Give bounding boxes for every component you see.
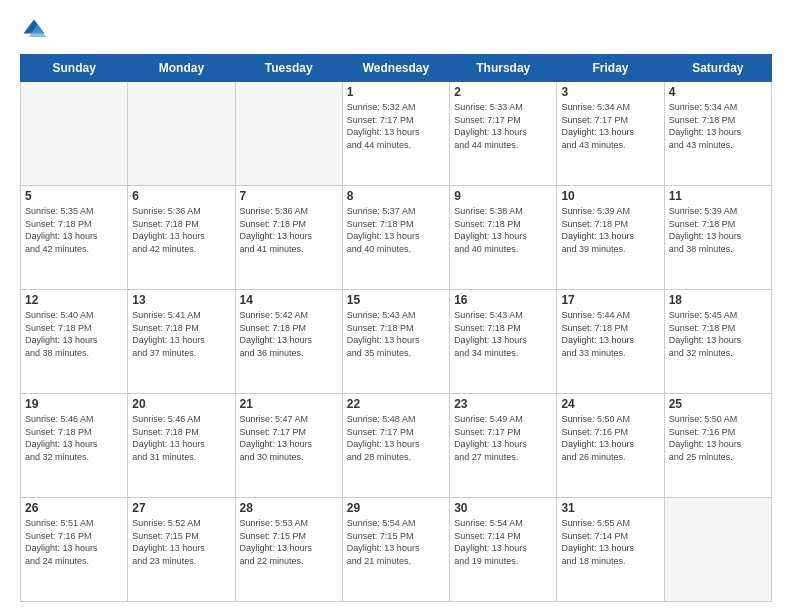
day-number: 12: [25, 293, 123, 307]
weekday-header-friday: Friday: [557, 55, 664, 82]
calendar-cell: 9Sunrise: 5:38 AM Sunset: 7:18 PM Daylig…: [450, 186, 557, 290]
calendar-cell: 31Sunrise: 5:55 AM Sunset: 7:14 PM Dayli…: [557, 498, 664, 602]
calendar-cell: [128, 82, 235, 186]
calendar-cell: 2Sunrise: 5:33 AM Sunset: 7:17 PM Daylig…: [450, 82, 557, 186]
day-number: 18: [669, 293, 767, 307]
day-number: 17: [561, 293, 659, 307]
calendar-cell: [664, 498, 771, 602]
day-info: Sunrise: 5:54 AM Sunset: 7:14 PM Dayligh…: [454, 517, 552, 567]
day-info: Sunrise: 5:50 AM Sunset: 7:16 PM Dayligh…: [561, 413, 659, 463]
day-info: Sunrise: 5:41 AM Sunset: 7:18 PM Dayligh…: [132, 309, 230, 359]
day-info: Sunrise: 5:36 AM Sunset: 7:18 PM Dayligh…: [132, 205, 230, 255]
day-info: Sunrise: 5:52 AM Sunset: 7:15 PM Dayligh…: [132, 517, 230, 567]
calendar-cell: 20Sunrise: 5:46 AM Sunset: 7:18 PM Dayli…: [128, 394, 235, 498]
day-info: Sunrise: 5:34 AM Sunset: 7:18 PM Dayligh…: [669, 101, 767, 151]
calendar-cell: 22Sunrise: 5:48 AM Sunset: 7:17 PM Dayli…: [342, 394, 449, 498]
calendar-cell: 30Sunrise: 5:54 AM Sunset: 7:14 PM Dayli…: [450, 498, 557, 602]
day-number: 21: [240, 397, 338, 411]
day-number: 1: [347, 85, 445, 99]
day-number: 26: [25, 501, 123, 515]
calendar-cell: 21Sunrise: 5:47 AM Sunset: 7:17 PM Dayli…: [235, 394, 342, 498]
calendar-cell: 24Sunrise: 5:50 AM Sunset: 7:16 PM Dayli…: [557, 394, 664, 498]
day-number: 4: [669, 85, 767, 99]
day-info: Sunrise: 5:35 AM Sunset: 7:18 PM Dayligh…: [25, 205, 123, 255]
day-number: 2: [454, 85, 552, 99]
day-info: Sunrise: 5:32 AM Sunset: 7:17 PM Dayligh…: [347, 101, 445, 151]
calendar-cell: 19Sunrise: 5:46 AM Sunset: 7:18 PM Dayli…: [21, 394, 128, 498]
day-number: 31: [561, 501, 659, 515]
day-number: 24: [561, 397, 659, 411]
day-info: Sunrise: 5:46 AM Sunset: 7:18 PM Dayligh…: [132, 413, 230, 463]
calendar-cell: 28Sunrise: 5:53 AM Sunset: 7:15 PM Dayli…: [235, 498, 342, 602]
weekday-header-row: SundayMondayTuesdayWednesdayThursdayFrid…: [21, 55, 772, 82]
weekday-header-wednesday: Wednesday: [342, 55, 449, 82]
calendar-cell: 29Sunrise: 5:54 AM Sunset: 7:15 PM Dayli…: [342, 498, 449, 602]
day-number: 29: [347, 501, 445, 515]
day-number: 6: [132, 189, 230, 203]
calendar-cell: 8Sunrise: 5:37 AM Sunset: 7:18 PM Daylig…: [342, 186, 449, 290]
day-number: 14: [240, 293, 338, 307]
calendar-cell: 17Sunrise: 5:44 AM Sunset: 7:18 PM Dayli…: [557, 290, 664, 394]
day-number: 11: [669, 189, 767, 203]
day-number: 8: [347, 189, 445, 203]
day-number: 27: [132, 501, 230, 515]
week-row-3: 12Sunrise: 5:40 AM Sunset: 7:18 PM Dayli…: [21, 290, 772, 394]
day-info: Sunrise: 5:34 AM Sunset: 7:17 PM Dayligh…: [561, 101, 659, 151]
logo: [20, 16, 52, 44]
week-row-1: 1Sunrise: 5:32 AM Sunset: 7:17 PM Daylig…: [21, 82, 772, 186]
day-info: Sunrise: 5:39 AM Sunset: 7:18 PM Dayligh…: [561, 205, 659, 255]
day-number: 22: [347, 397, 445, 411]
day-number: 10: [561, 189, 659, 203]
day-number: 15: [347, 293, 445, 307]
weekday-header-sunday: Sunday: [21, 55, 128, 82]
calendar-cell: 7Sunrise: 5:36 AM Sunset: 7:18 PM Daylig…: [235, 186, 342, 290]
day-info: Sunrise: 5:39 AM Sunset: 7:18 PM Dayligh…: [669, 205, 767, 255]
calendar-cell: [235, 82, 342, 186]
calendar-cell: 18Sunrise: 5:45 AM Sunset: 7:18 PM Dayli…: [664, 290, 771, 394]
day-info: Sunrise: 5:38 AM Sunset: 7:18 PM Dayligh…: [454, 205, 552, 255]
week-row-4: 19Sunrise: 5:46 AM Sunset: 7:18 PM Dayli…: [21, 394, 772, 498]
calendar-cell: 4Sunrise: 5:34 AM Sunset: 7:18 PM Daylig…: [664, 82, 771, 186]
day-info: Sunrise: 5:44 AM Sunset: 7:18 PM Dayligh…: [561, 309, 659, 359]
calendar-cell: 15Sunrise: 5:43 AM Sunset: 7:18 PM Dayli…: [342, 290, 449, 394]
day-info: Sunrise: 5:53 AM Sunset: 7:15 PM Dayligh…: [240, 517, 338, 567]
calendar-cell: 12Sunrise: 5:40 AM Sunset: 7:18 PM Dayli…: [21, 290, 128, 394]
day-info: Sunrise: 5:42 AM Sunset: 7:18 PM Dayligh…: [240, 309, 338, 359]
day-number: 5: [25, 189, 123, 203]
day-info: Sunrise: 5:37 AM Sunset: 7:18 PM Dayligh…: [347, 205, 445, 255]
day-info: Sunrise: 5:45 AM Sunset: 7:18 PM Dayligh…: [669, 309, 767, 359]
calendar-cell: 3Sunrise: 5:34 AM Sunset: 7:17 PM Daylig…: [557, 82, 664, 186]
calendar-cell: 11Sunrise: 5:39 AM Sunset: 7:18 PM Dayli…: [664, 186, 771, 290]
day-info: Sunrise: 5:48 AM Sunset: 7:17 PM Dayligh…: [347, 413, 445, 463]
day-info: Sunrise: 5:49 AM Sunset: 7:17 PM Dayligh…: [454, 413, 552, 463]
day-number: 16: [454, 293, 552, 307]
day-info: Sunrise: 5:54 AM Sunset: 7:15 PM Dayligh…: [347, 517, 445, 567]
logo-icon: [20, 16, 48, 44]
day-number: 7: [240, 189, 338, 203]
page: SundayMondayTuesdayWednesdayThursdayFrid…: [0, 0, 792, 612]
weekday-header-saturday: Saturday: [664, 55, 771, 82]
calendar-cell: 5Sunrise: 5:35 AM Sunset: 7:18 PM Daylig…: [21, 186, 128, 290]
header: [20, 16, 772, 44]
calendar-cell: 6Sunrise: 5:36 AM Sunset: 7:18 PM Daylig…: [128, 186, 235, 290]
day-number: 13: [132, 293, 230, 307]
day-info: Sunrise: 5:43 AM Sunset: 7:18 PM Dayligh…: [347, 309, 445, 359]
day-info: Sunrise: 5:50 AM Sunset: 7:16 PM Dayligh…: [669, 413, 767, 463]
weekday-header-monday: Monday: [128, 55, 235, 82]
day-number: 28: [240, 501, 338, 515]
calendar-cell: 16Sunrise: 5:43 AM Sunset: 7:18 PM Dayli…: [450, 290, 557, 394]
day-info: Sunrise: 5:43 AM Sunset: 7:18 PM Dayligh…: [454, 309, 552, 359]
calendar-cell: 13Sunrise: 5:41 AM Sunset: 7:18 PM Dayli…: [128, 290, 235, 394]
week-row-5: 26Sunrise: 5:51 AM Sunset: 7:16 PM Dayli…: [21, 498, 772, 602]
calendar-cell: 14Sunrise: 5:42 AM Sunset: 7:18 PM Dayli…: [235, 290, 342, 394]
calendar-cell: 23Sunrise: 5:49 AM Sunset: 7:17 PM Dayli…: [450, 394, 557, 498]
calendar-table: SundayMondayTuesdayWednesdayThursdayFrid…: [20, 54, 772, 602]
day-number: 9: [454, 189, 552, 203]
day-number: 3: [561, 85, 659, 99]
day-info: Sunrise: 5:46 AM Sunset: 7:18 PM Dayligh…: [25, 413, 123, 463]
weekday-header-thursday: Thursday: [450, 55, 557, 82]
calendar-cell: 25Sunrise: 5:50 AM Sunset: 7:16 PM Dayli…: [664, 394, 771, 498]
day-number: 19: [25, 397, 123, 411]
day-number: 30: [454, 501, 552, 515]
week-row-2: 5Sunrise: 5:35 AM Sunset: 7:18 PM Daylig…: [21, 186, 772, 290]
